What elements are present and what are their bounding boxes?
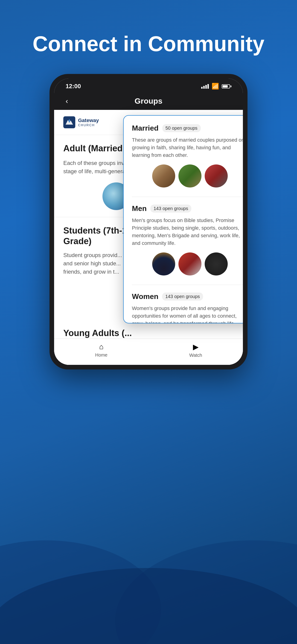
nav-bar: ‹ Groups: [54, 92, 243, 110]
tab-watch[interactable]: ▶ Watch: [148, 342, 243, 358]
popup-married-section: Married 50 open groups These are groups …: [132, 124, 243, 188]
svg-point-0: [0, 540, 161, 644]
nav-title: Groups: [135, 96, 162, 106]
battery-icon: [222, 84, 232, 88]
phone-inner: 12:00 📶: [54, 78, 243, 365]
status-time: 12:00: [66, 83, 81, 90]
popup-men-title: Men: [132, 204, 147, 213]
wifi-icon: 📶: [212, 83, 219, 90]
married-img-2[interactable]: [178, 164, 202, 188]
popup-married-desc: These are groups of married couples purp…: [132, 136, 243, 159]
married-img-1[interactable]: [152, 164, 175, 188]
popup-men-desc: Men's groups focus on Bible studies, Pro…: [132, 216, 243, 247]
popup-women-desc: Women's groups provide fun and engaging …: [132, 304, 243, 323]
church-logo: Gateway CHURCH: [63, 116, 99, 128]
signal-bars-icon: [201, 84, 209, 89]
church-name: Gateway: [78, 118, 99, 123]
groups-popup: Married 50 open groups These are groups …: [123, 115, 243, 324]
svg-point-1: [115, 540, 297, 644]
popup-men-badge: 143 open groups: [150, 204, 191, 212]
back-button[interactable]: ‹: [66, 97, 68, 105]
gateway-logo-icon: [63, 116, 75, 128]
popup-men-images: [132, 252, 243, 276]
hero-title: Connect in Community: [0, 0, 297, 74]
svg-point-2: [0, 568, 297, 644]
phone-frame: 12:00 📶: [50, 74, 248, 370]
popup-women-badge: 143 open groups: [162, 292, 203, 300]
watch-icon: ▶: [193, 342, 199, 351]
popup-men-section: Men 143 open groups Men's groups focus o…: [132, 204, 243, 276]
young-adults-title: Young Adults (...: [63, 328, 234, 338]
popup-divider-2: [132, 285, 243, 285]
home-icon: ⌂: [99, 342, 103, 351]
married-img-3[interactable]: [205, 164, 228, 188]
popup-women-section: Women 143 open groups Women's groups pro…: [132, 292, 243, 323]
watch-label: Watch: [189, 353, 202, 358]
men-img-3[interactable]: [205, 252, 228, 276]
phone-mockup: 12:00 📶: [50, 74, 248, 370]
home-label: Home: [95, 352, 107, 358]
men-img-2[interactable]: [178, 252, 202, 276]
church-sub: CHURCH: [78, 123, 99, 127]
status-bar: 12:00 📶: [54, 78, 243, 92]
popup-divider-1: [132, 197, 243, 197]
background-waves: [0, 437, 297, 644]
popup-married-title: Married: [132, 124, 159, 132]
tab-home[interactable]: ⌂ Home: [54, 342, 148, 358]
status-icons: 📶: [201, 83, 232, 90]
popup-women-title: Women: [132, 292, 158, 301]
tab-bar: ⌂ Home ▶ Watch: [54, 338, 243, 365]
popup-married-images: [132, 164, 243, 188]
men-img-1[interactable]: [152, 252, 175, 276]
popup-married-badge: 50 open groups: [162, 124, 201, 132]
